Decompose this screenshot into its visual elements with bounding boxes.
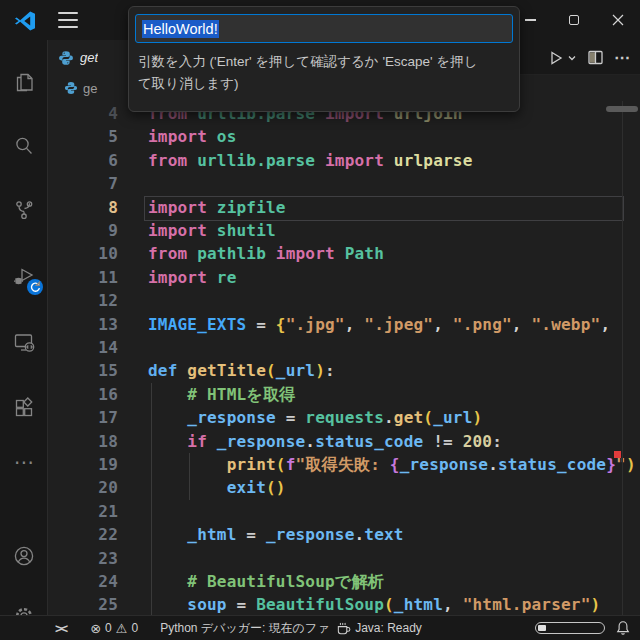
- menu-icon[interactable]: [58, 12, 78, 28]
- code-line-10[interactable]: 10from pathlib import Path: [48, 242, 640, 265]
- line-number: 7: [48, 172, 118, 195]
- code-line-22[interactable]: 22 _html = _response.text: [48, 523, 640, 546]
- line-number: 6: [48, 149, 118, 172]
- split-editor-icon: [587, 49, 604, 66]
- line-number: 4: [48, 102, 118, 125]
- run-debug-icon[interactable]: [0, 252, 48, 300]
- indent-guide: [151, 383, 152, 615]
- remote-indicator[interactable]: ><: [50, 616, 73, 640]
- code-text: _response = requests.get(_url): [148, 406, 482, 429]
- vscode-logo-icon: [13, 9, 37, 33]
- code-text: if _response.status_code != 200:: [148, 430, 502, 453]
- python-file-icon: [58, 50, 74, 66]
- overview-ruler: [622, 101, 623, 615]
- code-line-15[interactable]: 15def getTitle(_url):: [48, 359, 640, 382]
- maximize-icon: [569, 15, 579, 25]
- code-line-13[interactable]: 13IMAGE_EXTS = {".jpg", ".jpeg", ".png",…: [48, 313, 640, 336]
- code-line-9[interactable]: 9import shutil: [48, 219, 640, 242]
- code-line-23[interactable]: 23: [48, 547, 640, 570]
- code-line-17[interactable]: 17 _response = requests.get(_url): [48, 406, 640, 429]
- progress-bar: [535, 622, 605, 634]
- line-number: 14: [48, 336, 118, 359]
- accounts-icon[interactable]: [0, 532, 48, 580]
- line-number: 20: [48, 476, 118, 499]
- code-text: exit(): [148, 476, 286, 499]
- code-line-5[interactable]: 5import os: [48, 125, 640, 148]
- line-number: 12: [48, 289, 118, 312]
- activity-bar: ⋯: [0, 40, 48, 615]
- error-icon: ⊗: [90, 621, 101, 636]
- close-button[interactable]: [596, 0, 640, 40]
- search-icon[interactable]: [0, 122, 48, 170]
- source-control-icon[interactable]: [0, 186, 48, 234]
- debugger-status[interactable]: Python デバッガー: 現在のファイル (Ge: [151, 616, 329, 640]
- more-actions-icon: ⋯: [614, 48, 631, 67]
- more-actions-button[interactable]: ⋯: [611, 45, 634, 71]
- remote-icon: ><: [55, 621, 68, 636]
- error-marker: [614, 451, 621, 458]
- code-line-20[interactable]: 20 exit(): [48, 476, 640, 499]
- split-editor-button[interactable]: [584, 45, 607, 71]
- code-line-7[interactable]: 7: [48, 172, 640, 195]
- java-status[interactable]: Java: Ready: [331, 616, 427, 640]
- progress-indicator[interactable]: [530, 616, 610, 640]
- code-text: # HTMLを取得: [148, 383, 295, 406]
- minimize-icon: [525, 19, 536, 20]
- code-line-25[interactable]: 25 soup = BeautifulSoup(_html, "html.par…: [48, 593, 640, 615]
- line-number: 10: [48, 242, 118, 265]
- code-line-16[interactable]: 16 # HTMLを取得: [48, 383, 640, 406]
- code-line-24[interactable]: 24 # BeautifulSoupで解析: [48, 570, 640, 593]
- code-line-21[interactable]: 21: [48, 500, 640, 523]
- code-text: IMAGE_EXTS = {".jpg", ".jpeg", ".png", "…: [148, 313, 610, 336]
- extensions-icon[interactable]: [0, 384, 48, 432]
- chevron-down-icon: [567, 53, 577, 63]
- code-line-18[interactable]: 18 if _response.status_code != 200:: [48, 430, 640, 453]
- breadcrumb-label: ge: [83, 81, 97, 96]
- code-text: # BeautifulSoupで解析: [148, 570, 384, 593]
- code-line-14[interactable]: 14: [48, 336, 640, 359]
- line-number: 5: [48, 125, 118, 148]
- code-line-6[interactable]: 6from urllib.parse import urlparse: [48, 149, 640, 172]
- line-number: 8: [48, 196, 118, 219]
- code-line-12[interactable]: 12: [48, 289, 640, 312]
- quick-input-field[interactable]: HelloWorld!: [135, 14, 513, 43]
- code-editor[interactable]: 4from urllib.parse import urljoin5import…: [48, 101, 640, 615]
- code-text: import zipfile: [148, 196, 286, 219]
- close-icon: [612, 14, 624, 26]
- explorer-icon[interactable]: [0, 58, 48, 106]
- code-text: _html = _response.text: [148, 523, 404, 546]
- python-breadcrumb-icon: [64, 81, 78, 95]
- vscode-window: ⋯ get ⋯: [0, 0, 640, 640]
- code-text: from urllib.parse import urlparse: [148, 149, 473, 172]
- line-number: 9: [48, 219, 118, 242]
- problems-indicator[interactable]: ⊗ 0 ⚠ 0: [85, 616, 143, 640]
- more-views-icon[interactable]: ⋯: [0, 438, 48, 486]
- code-line-19[interactable]: 19 print(f"取得失敗: {_response.status_code}…: [48, 453, 640, 476]
- maximize-button[interactable]: [552, 0, 596, 40]
- indent-guide: [189, 453, 190, 500]
- run-python-button[interactable]: [545, 45, 580, 71]
- debug-session-badge: [27, 279, 43, 295]
- line-number: 16: [48, 383, 118, 406]
- line-number: 23: [48, 547, 118, 570]
- code-line-8[interactable]: 8import zipfile: [48, 196, 640, 219]
- bell-icon: [615, 620, 631, 636]
- code-text: from pathlib import Path: [148, 242, 384, 265]
- line-number: 11: [48, 266, 118, 289]
- line-number: 18: [48, 430, 118, 453]
- line-number: 13: [48, 313, 118, 336]
- code-line-11[interactable]: 11import re: [48, 266, 640, 289]
- scrollbar-thumb[interactable]: [606, 106, 638, 112]
- line-number: 21: [48, 500, 118, 523]
- code-text: soup = BeautifulSoup(_html, "html.parser…: [148, 593, 600, 615]
- warning-icon: ⚠: [116, 621, 128, 636]
- quick-input-widget: HelloWorld! 引数を入力 ('Enter' を押して確認するか 'Es…: [128, 6, 520, 112]
- code-text: import shutil: [148, 219, 276, 242]
- line-number: 15: [48, 359, 118, 382]
- code-text: import re: [148, 266, 237, 289]
- editor-actions: ⋯: [545, 40, 634, 75]
- status-bar-right: [530, 616, 640, 640]
- notifications-bell[interactable]: [610, 616, 636, 640]
- line-number: 19: [48, 453, 118, 476]
- remote-explorer-icon[interactable]: [0, 318, 48, 366]
